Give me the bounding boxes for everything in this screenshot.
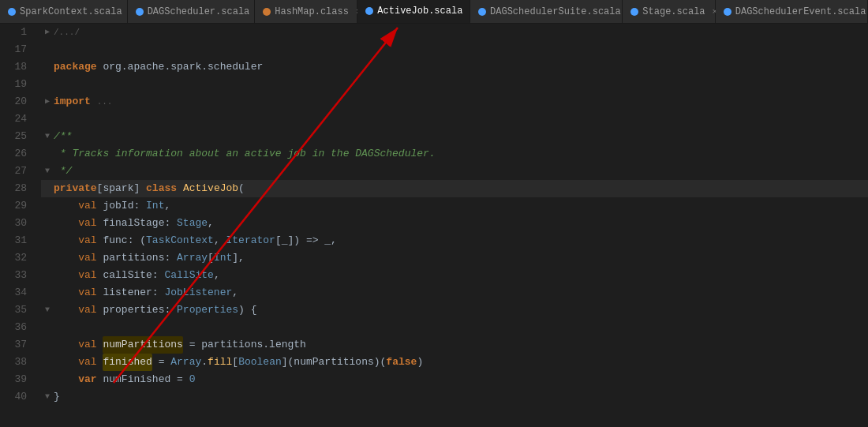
tab-dagschedulersuite[interactable]: DAGSchedulerSuite.scala × [470,0,623,23]
line-num-27: 27 [0,163,27,180]
tab-dagschedulerevent[interactable]: DAGSchedulerEvent.scala × [716,0,868,23]
fold-icon-27[interactable]: ▼ [41,163,54,180]
tab-label-dagschedulersuite: DAGSchedulerSuite.scala [490,6,621,17]
tab-icon-hashmap [263,8,271,16]
line-num-33: 33 [0,267,27,284]
tab-label-stage: Stage.scala [642,6,705,17]
line-num-34: 34 [0,284,27,302]
line-numbers: 1 17 18 19 20 24 25 26 27 28 29 30 31 32… [0,24,35,427]
line-num-32: 32 [0,249,27,267]
tab-label-dagschedulerevent: DAGSchedulerEvent.scala [735,6,866,17]
line-num-40: 40 [0,388,27,406]
line-num-28: 28 [0,180,27,197]
code-line-37: val numPartitions = partitions.length [41,336,868,354]
code-line-33: val callSite: CallSite, [41,267,868,284]
tab-dagscheduler[interactable]: DAGScheduler.scala × [128,0,256,23]
tab-icon-sparkcontext [8,8,16,16]
tab-label-dagscheduler: DAGScheduler.scala [148,6,250,17]
tab-label-activejob: ActiveJob.scala [377,6,462,17]
code-line-31: val func: (TaskContext, Iterator[_]) => … [41,232,868,249]
fold-icon-40[interactable]: ▼ [41,388,54,406]
fold-icon-25[interactable]: ▼ [41,128,54,145]
line-num-25: 25 [0,128,27,145]
fold-icon-1[interactable]: ▶ [41,24,54,41]
code-line-24 [41,110,868,128]
tab-icon-stage [630,8,638,16]
code-line-18: package org.apache.spark.scheduler [41,58,868,76]
tab-label-hashmap: HashMap.class [275,6,349,17]
code-line-34: val listener: JobListener, [41,284,868,302]
tab-sparkcontext[interactable]: SparkContext.scala × [0,0,128,23]
line-num-17: 17 [0,41,27,58]
code-line-36 [41,319,868,336]
tab-icon-activejob [365,7,373,15]
line-num-1: 1 [0,24,27,41]
fold-icon-20[interactable]: ▶ [41,93,54,110]
finished-highlight: finished [103,354,152,371]
code-line-28: private[spark] class ActiveJob( [41,180,868,197]
tab-hashmap[interactable]: HashMap.class × [255,0,357,23]
tab-icon-dagschedulersuite [478,8,486,16]
tab-icon-dagschedulerevent [724,8,731,16]
code-area: 1 17 18 19 20 24 25 26 27 28 29 30 31 32… [0,24,868,427]
line-num-38: 38 [0,354,27,371]
editor-container: SparkContext.scala × DAGScheduler.scala … [0,0,868,427]
code-line-19 [41,76,868,93]
code-line-20: ▶ import ... [41,93,868,110]
code-line-35: ▼ val properties: Properties) { [41,302,868,319]
code-line-1: ▶ /.../ [41,24,868,41]
code-line-30: val finalStage: Stage, [41,215,868,232]
line-num-19: 19 [0,76,27,93]
line-num-29: 29 [0,197,27,215]
line-num-20: 20 [0,93,27,110]
code-content[interactable]: ▶ /.../ package org.apache.spark.schedul… [35,24,868,427]
code-line-29: val jobId: Int, [41,197,868,215]
tab-bar: SparkContext.scala × DAGScheduler.scala … [0,0,868,24]
fold-icon-35[interactable]: ▼ [41,302,54,319]
line-num-35: 35 [0,302,27,319]
tab-activejob[interactable]: ActiveJob.scala × [357,0,470,23]
code-line-39: var numFinished = 0 [41,371,868,388]
line-num-36: 36 [0,319,27,336]
code-line-27: ▼ */ [41,163,868,180]
code-line-40: ▼ } [41,388,868,406]
code-line-17 [41,41,868,58]
line-num-37: 37 [0,336,27,354]
line-num-31: 31 [0,232,27,249]
code-line-26: * Tracks information about an active job… [41,145,868,163]
code-line-38: val finished = Array.fill[Boolean](numPa… [41,354,868,371]
line-num-24: 24 [0,110,27,128]
tab-label-sparkcontext: SparkContext.scala [20,6,122,17]
line-num-39: 39 [0,371,27,388]
tab-icon-dagscheduler [136,8,144,16]
tab-stage[interactable]: Stage.scala × [623,0,715,23]
line-num-18: 18 [0,58,27,76]
code-line-32: val partitions: Array[Int], [41,249,868,267]
code-line-25: ▼ /** [41,128,868,145]
line-num-26: 26 [0,145,27,163]
line-num-30: 30 [0,215,27,232]
